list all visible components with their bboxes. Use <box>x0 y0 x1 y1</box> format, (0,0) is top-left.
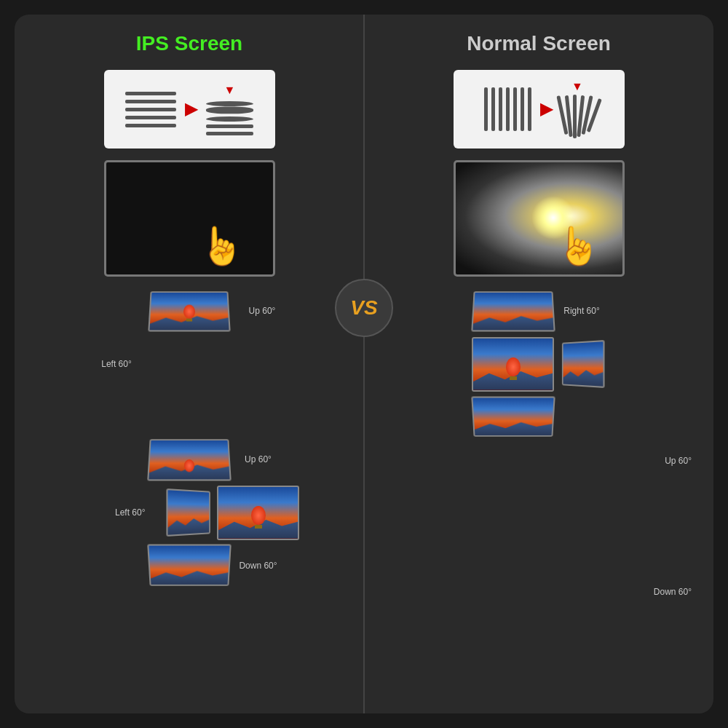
main-container: VS IPS Screen ▶ ▼ <box>15 15 713 713</box>
normal-up-label: Up 60° <box>665 456 692 466</box>
normal-title: Normal Screen <box>467 32 611 55</box>
normal-monitor: ☝ <box>454 160 625 277</box>
ips-up-label: Up 60° <box>246 306 276 316</box>
ips-title: IPS Screen <box>136 32 242 55</box>
vs-text: VS <box>350 296 377 320</box>
normal-bottom-angle <box>471 397 555 437</box>
ips-left-angle <box>166 488 210 537</box>
ips-down-label: Down 60° <box>239 561 277 571</box>
ips-panel: IPS Screen ▶ ▼ <box>15 15 364 713</box>
ips-top-screen <box>148 291 230 331</box>
normal-top-angle <box>471 291 555 331</box>
normal-down-label: Down 60° <box>654 587 692 597</box>
ips-left-label: Left 60° <box>101 359 135 369</box>
ips-up-label2: Up 60° <box>245 454 272 464</box>
ips-angles: Up 60° Left 60° Up 60° Left 60° <box>29 288 349 588</box>
normal-center-angle <box>472 337 554 392</box>
ips-monitor: ☝ <box>104 160 275 277</box>
divider <box>363 15 365 713</box>
ips-left-label2: Left 60° <box>96 507 146 518</box>
hand-icon-ips: ☝ <box>199 225 244 267</box>
normal-right-angle <box>561 340 604 388</box>
normal-angles: Right 60° <box>379 288 699 446</box>
ips-center-angle <box>217 486 299 540</box>
ips-bottom-angle <box>147 545 232 586</box>
normal-right-label: Right 60° <box>563 306 600 316</box>
hand-icon-normal: ☝ <box>555 225 601 267</box>
vs-badge: VS <box>335 279 393 337</box>
normal-panel: Normal Screen ▶ ▼ <box>364 15 713 713</box>
ips-top-angle <box>147 439 232 480</box>
